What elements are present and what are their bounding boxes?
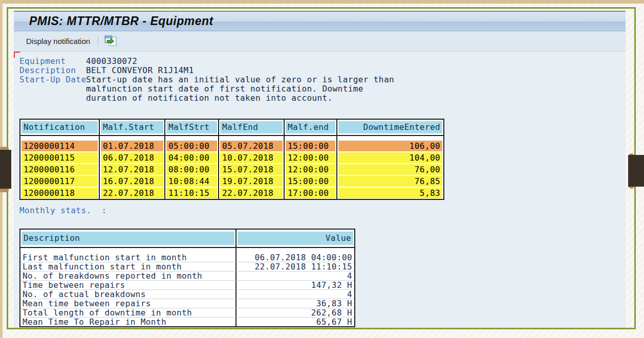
cell[interactable]: 1200000118 [22,188,98,198]
table-row: Time between repairs147,32 H [20,281,354,290]
cell[interactable]: 12:00:00 [286,164,335,175]
header-row: NotificationMalf.StartMalfStrtMalfEndMal… [20,120,443,136]
cell: No. of breakdowns reported in month [20,272,235,280]
info-row: Start-Up DateStart-up date has an initia… [19,75,394,103]
desktop-background: PMIS: MTTR/MTBR - Equipment Display noti… [0,0,644,338]
cell: MalfEnd [220,121,283,133]
frame-edge-top [0,0,644,4]
table-row: First malfunction start in month06.07.20… [20,253,354,262]
table-row[interactable]: 120000011612.07.201808:00:0015.07.201812… [20,164,443,175]
notifications-table: NotificationMalf.StartMalfStrtMalfEndMal… [19,119,444,200]
equipment-info: Equipment4000330072DescriptionBELT CONVE… [19,57,394,103]
execute-object-icon[interactable] [104,35,118,47]
cell: Mean time between repairs [20,299,235,308]
info-label: Description [19,66,86,75]
toolbar-separator [98,36,98,47]
cell: DowntimeEntered [338,121,442,133]
stats-table: DescriptionValueFirst malfunction start … [19,229,355,327]
cell[interactable]: 11:10:15 [166,188,217,198]
cell: 262,68 H [237,308,354,317]
cell[interactable]: 10.07.2018 [220,152,283,163]
cell[interactable]: 15.07.2018 [220,164,283,175]
cell[interactable]: 04:00:00 [166,152,217,163]
report-content-area: Equipment4000330072DescriptionBELT CONVE… [14,52,626,329]
table-row: Last malfunction start in month22.07.201… [20,262,354,272]
table-row[interactable]: 120000011716.07.201810:08:4419.07.201815… [20,175,443,187]
cell[interactable]: 15:00:00 [286,176,335,187]
table-row: No. of actual breakdowns4 [20,290,354,299]
cell[interactable]: 12:00:00 [286,152,335,163]
cell: Malf.Start [101,121,163,133]
cell[interactable]: 76,85 [338,176,442,187]
info-row: DescriptionBELT CONVEYOR R1J14M1 [19,66,394,75]
info-value: 4000330072 [86,57,137,66]
cell[interactable]: 1200000114 [22,141,98,151]
table-row: Mean time between repairs36,83 H [20,299,354,308]
cell: Total length of downtime in month [20,308,235,317]
info-value: BELT CONVEYOR R1J14M1 [86,66,194,75]
cell: MalfStrt [166,121,217,133]
table-row[interactable]: 120000011822.07.201811:10:1522.07.201817… [20,187,443,199]
cell[interactable]: 76,00 [338,164,442,175]
cell[interactable]: 17:00:00 [286,188,335,198]
cell[interactable]: 1200000117 [22,176,98,187]
cell: 36,83 H [237,299,354,308]
table-row: Mean Time To Repair in Month65,67 H [20,318,354,326]
info-row: Equipment4000330072 [19,57,394,66]
cell[interactable]: 104,00 [338,152,442,163]
cell[interactable]: 12.07.2018 [101,164,163,175]
cell: Notification [22,121,98,133]
cell[interactable]: 1200000116 [22,164,98,175]
display-notification-button[interactable]: Display notification [23,35,93,48]
sap-window: PMIS: MTTR/MTBR - Equipment Display noti… [14,11,626,328]
application-toolbar: Display notification [14,31,626,52]
cell: 147,32 H [237,281,354,289]
cell[interactable]: 15:00:00 [286,141,335,151]
cell: 4 [237,290,354,299]
cell[interactable]: 106,00 [338,141,442,151]
table-row: Total length of downtime in month262,68 … [20,308,354,318]
cell[interactable]: 01.07.2018 [101,141,163,151]
cell: Mean Time To Repair in Month [20,318,235,326]
cell: Value [238,232,353,245]
cell: No. of actual breakdowns [20,290,235,299]
page-title: PMIS: MTTR/MTBR - Equipment [14,14,213,28]
cell[interactable]: 19.07.2018 [220,176,283,187]
info-label: Start-Up Date [19,75,86,103]
table-row[interactable]: 120000011506.07.201804:00:0010.07.201812… [20,152,443,164]
cell: Time between repairs [20,281,235,289]
cell[interactable]: 22.07.2018 [101,188,163,198]
cell: Malf.end [286,121,335,133]
spacer-row [20,136,443,140]
cell[interactable]: 16.07.2018 [101,176,163,187]
cell[interactable]: 06.07.2018 [101,152,163,163]
title-bar: PMIS: MTTR/MTBR - Equipment [14,12,626,31]
info-value: Start-up date has an initial value of ze… [86,75,394,103]
cell[interactable]: 05:00:00 [166,141,217,151]
cell: 65,67 H [237,318,354,326]
monthly-stats-heading: Monthly stats. : [19,206,107,215]
cell: Description [22,232,234,245]
cell[interactable]: 5,83 [338,188,442,198]
cell: 4 [237,272,354,280]
cell: 22.07.2018 11:10:15 [237,262,354,271]
spacer-row [20,248,354,253]
table-row: No. of breakdowns reported in month4 [20,272,354,281]
cell[interactable]: 1200000115 [22,152,98,163]
cell[interactable]: 22.07.2018 [220,188,283,198]
table-row[interactable]: 120000011401.07.201805:00:0005.07.201815… [20,140,443,152]
cell[interactable]: 05.07.2018 [220,141,283,151]
cell[interactable]: 08:00:00 [166,164,217,175]
cell: Last malfunction start in month [20,262,235,271]
header-row: DescriptionValue [20,230,354,248]
cell[interactable]: 10:08:44 [166,176,217,187]
cell: First malfunction start in month [20,253,235,262]
info-label: Equipment [19,57,86,66]
cell: 06.07.2018 04:00:00 [237,253,354,262]
